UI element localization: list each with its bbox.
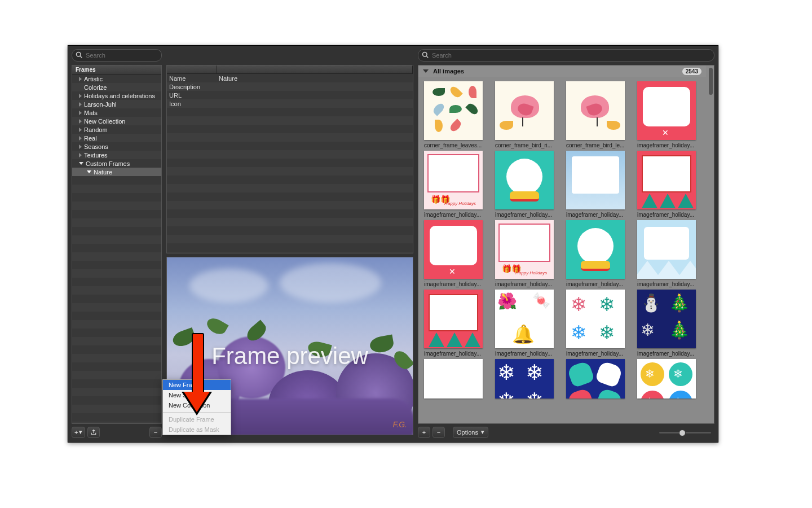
gallery-thumbnail[interactable]: ⛄🎄❄🎄 [637,290,696,348]
gallery-thumbnail[interactable]: ❄❄❄❄ [637,359,696,398]
prop-row-url[interactable]: URL [167,91,413,99]
prop-label: Description [167,84,217,90]
share-icon [90,429,97,436]
sidebar-search-input[interactable] [85,51,165,59]
prop-row-icon[interactable]: Icon [167,99,413,108]
gallery-thumbnail[interactable]: ❄❄❄❄ [495,359,554,398]
gallery-search[interactable] [418,49,714,62]
sidebar-search[interactable] [72,49,162,62]
gallery-thumbnail[interactable] [424,290,483,348]
svg-point-0 [77,52,81,56]
add-menu-button[interactable]: + ▾ [72,427,85,438]
gallery-item[interactable]: corner_frame_leaves... [424,81,485,148]
chevron-down-icon: ▾ [79,428,82,436]
gallery-thumbnail[interactable] [424,359,483,398]
prop-row-description[interactable]: Description [167,82,413,91]
gallery-scrollbar[interactable] [707,65,714,423]
gallery-thumbnail[interactable]: ❄❄❄❄ [566,290,625,348]
annotation-arrow [183,333,211,423]
gallery-thumbnail[interactable] [566,151,625,209]
gallery-thumbnail[interactable] [566,220,625,279]
frames-tree[interactable]: Artistic Colorize Holidays and celebrati… [72,75,161,176]
tree-item-custom-frames[interactable]: Custom Frames [72,159,161,168]
tree-item-new-collection[interactable]: New Collection [72,117,161,125]
tree-item-larson-juhl[interactable]: Larson-Juhl [72,100,161,108]
gallery-item[interactable]: imageframer_holiday... [637,151,698,218]
sidebar-header: Frames [72,65,161,75]
search-icon [76,51,82,60]
gallery-item[interactable]: ⛄🎄❄🎄imageframer_holiday... [637,290,698,357]
gallery-item[interactable]: ❄❄❄❄ [495,359,556,398]
gallery-item[interactable]: 🎁🎁Happy Holidaysimageframer_holiday... [424,151,485,218]
left-panel: Frames Artistic Colorize Holidays and ce… [72,49,162,439]
gallery-thumbnail[interactable] [495,81,554,140]
images-gallery: All images 2543 corner_frame_leaves...co… [418,65,714,424]
gallery-remove-button[interactable]: − [433,427,445,438]
gallery-item[interactable] [424,359,485,398]
gallery-item[interactable]: imageframer_holiday... [566,220,627,287]
tree-label: Textures [84,152,108,159]
gallery-add-button[interactable]: + [418,427,430,438]
tree-item-random[interactable]: Random [72,125,161,134]
tree-label: Real [84,135,97,142]
gallery-thumbnail[interactable]: ✕ [424,220,483,279]
gallery-header[interactable]: All images 2543 [418,65,706,77]
tree-item-artistic[interactable]: Artistic [72,75,161,83]
gallery-item[interactable]: ❄❄❄❄imageframer_holiday... [566,290,627,357]
gallery-item[interactable]: ❄❄❄❄ [637,359,698,398]
gallery-caption: corner_frame_bird_le... [566,142,627,148]
tree-label: Larson-Juhl [84,101,116,108]
prop-row-name[interactable]: NameNature [167,74,413,82]
gallery-thumbnail[interactable] [566,359,625,398]
tree-item-holidays[interactable]: Holidays and celebrations [72,91,161,100]
gallery-item[interactable]: ✕imageframer_holiday... [424,220,485,287]
tree-item-nature[interactable]: Nature [72,168,161,176]
tree-item-textures[interactable]: Textures [72,151,161,159]
gallery-thumbnail[interactable] [637,151,696,209]
gallery-item[interactable]: imageframer_holiday... [424,290,485,357]
options-menu-button[interactable]: Options ▾ [453,427,488,438]
tree-item-real[interactable]: Real [72,134,161,142]
remove-button[interactable]: − [149,427,162,438]
minus-icon: − [154,429,157,436]
tree-item-seasons[interactable]: Seasons [72,142,161,151]
tree-label: Random [84,126,108,133]
tree-label: Seasons [84,143,108,150]
gallery-item[interactable]: 🎁🎁Happy Holidaysimageframer_holiday... [495,220,556,287]
gallery-item[interactable] [566,359,627,398]
sidebar-toolbar: + ▾ − [72,426,162,439]
gallery-caption: corner_frame_leaves... [424,142,485,148]
thumbnail-size-slider[interactable] [659,428,711,436]
gallery-item[interactable]: imageframer_holiday... [637,220,698,287]
gallery-grid: corner_frame_leaves...corner_frame_bird_… [418,79,706,423]
gallery-thumbnail[interactable] [566,81,625,140]
gallery-thumbnail[interactable]: 🎁🎁Happy Holidays [424,151,483,209]
gallery-caption: imageframer_holiday... [637,212,698,218]
gallery-thumbnail[interactable] [637,220,696,279]
gallery-item[interactable]: corner_frame_bird_ri... [495,81,556,148]
gallery-search-input[interactable] [431,51,710,59]
tree-item-colorize[interactable]: Colorize [72,83,161,91]
gallery-thumbnail[interactable] [495,151,554,209]
gallery-thumbnail[interactable]: 🎁🎁Happy Holidays [495,220,554,279]
gallery-thumbnail[interactable]: ✕ [637,81,696,140]
tree-label: Mats [84,110,98,116]
search-icon [422,51,429,60]
gallery-item[interactable]: 🌺🍬🔔imageframer_holiday... [495,290,556,357]
share-button[interactable] [87,427,100,438]
gallery-caption: imageframer_holiday... [424,212,485,218]
gallery-item[interactable]: ✕imageframer_holiday... [637,81,698,148]
prop-value: Nature [217,75,413,82]
gallery-item[interactable]: corner_frame_bird_le... [566,81,627,148]
options-label: Options [457,429,478,436]
svg-line-3 [426,56,428,58]
gallery-item[interactable]: imageframer_holiday... [566,151,627,218]
tree-label: Holidays and celebrations [84,93,155,99]
gallery-item[interactable]: imageframer_holiday... [495,151,556,218]
gallery-caption: imageframer_holiday... [566,351,627,357]
gallery-caption: imageframer_holiday... [566,281,627,287]
gallery-thumbnail[interactable]: 🌺🍬🔔 [495,290,554,348]
tree-item-mats[interactable]: Mats [72,108,161,117]
chevron-down-icon: ▾ [481,428,484,436]
gallery-thumbnail[interactable] [424,81,483,140]
